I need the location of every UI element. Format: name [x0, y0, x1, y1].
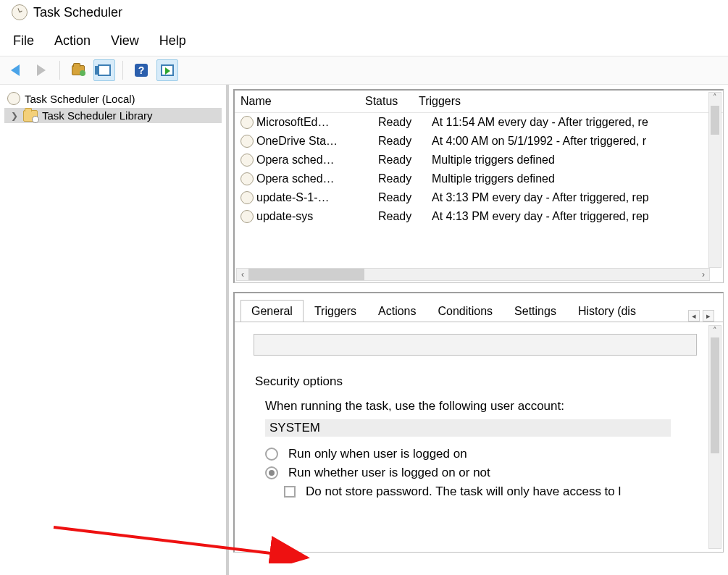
checkbox-do-not-store-password[interactable]: Do not store password. The task will onl…: [284, 484, 716, 499]
radio-icon: [265, 466, 278, 479]
menu-help[interactable]: Help: [159, 33, 186, 49]
radio-label: Run only when user is logged on: [288, 447, 467, 461]
back-button[interactable]: [4, 59, 26, 81]
task-trigger: At 3:13 PM every day - After triggered, …: [432, 191, 723, 204]
tree-root-label: Task Scheduler (Local): [25, 93, 135, 105]
task-status: Ready: [378, 135, 432, 148]
tab-settings[interactable]: Settings: [503, 300, 567, 322]
radio-run-logged-or-not[interactable]: Run whether user is logged on or not: [265, 466, 716, 480]
clock-icon: [240, 135, 254, 148]
splitter[interactable]: [233, 283, 728, 292]
clock-icon: [240, 191, 254, 204]
menu-bar: File Action View Help: [0, 26, 728, 56]
task-name: MicrosoftEd…: [256, 116, 378, 129]
scroll-thumb[interactable]: [248, 269, 364, 280]
library-folder-icon: [23, 110, 38, 122]
task-rows: MicrosoftEd…ReadyAt 11:54 AM every day -…: [235, 113, 723, 226]
help-icon: ?: [135, 64, 148, 77]
checkbox-label: Do not store password. The task will onl…: [306, 484, 621, 499]
task-trigger: At 4:00 AM on 5/1/1992 - After triggered…: [432, 135, 723, 148]
column-header-name[interactable]: Name: [240, 95, 365, 108]
tab-body-vscroll[interactable]: ˄: [708, 325, 721, 549]
tree-pane: Task Scheduler (Local) ❯ Task Scheduler …: [0, 85, 229, 575]
tab-history[interactable]: History (dis: [567, 300, 647, 322]
task-status: Ready: [378, 154, 432, 167]
toolbar-separator: [59, 61, 60, 80]
clock-icon: [12, 4, 28, 20]
checkbox-icon: [284, 486, 296, 498]
task-list-panel: Name Status Triggers MicrosoftEd…ReadyAt…: [233, 89, 724, 283]
tab-strip: General Triggers Actions Conditions Sett…: [235, 293, 723, 322]
menu-action[interactable]: Action: [54, 33, 91, 49]
task-list-vscroll[interactable]: ˄: [708, 92, 721, 268]
task-list-header: Name Status Triggers: [235, 91, 723, 113]
run-as-label: When running the task, use the following…: [265, 399, 716, 414]
task-name: OneDrive Sta…: [256, 135, 378, 148]
column-header-status[interactable]: Status: [365, 95, 419, 108]
tab-scroll-left[interactable]: ◂: [688, 310, 700, 322]
task-trigger: At 11:54 AM every day - After triggered,…: [432, 116, 723, 129]
task-name: update-sys: [256, 210, 378, 223]
task-status: Ready: [378, 210, 432, 223]
task-status: Ready: [378, 172, 432, 185]
toolbar: ?: [0, 56, 728, 85]
clock-icon: [7, 92, 20, 105]
task-row[interactable]: update-sysReadyAt 4:13 PM every day - Af…: [235, 207, 723, 226]
tab-general[interactable]: General: [240, 300, 304, 322]
task-row[interactable]: MicrosoftEd…ReadyAt 11:54 AM every day -…: [235, 113, 723, 132]
tab-scroll-right[interactable]: ▸: [703, 310, 714, 322]
scroll-right-icon[interactable]: ›: [698, 269, 709, 280]
tree-library-label: Task Scheduler Library: [42, 109, 153, 122]
task-list-hscroll[interactable]: ‹ ›: [236, 268, 710, 281]
tab-conditions[interactable]: Conditions: [427, 300, 503, 322]
title-bar: Task Scheduler: [0, 0, 728, 26]
task-row[interactable]: Opera sched…ReadyMultiple triggers defin…: [235, 151, 723, 169]
tab-triggers[interactable]: Triggers: [304, 300, 367, 322]
menu-view[interactable]: View: [111, 33, 139, 49]
task-name: Opera sched…: [256, 172, 378, 185]
radio-label: Run whether user is logged on or not: [288, 466, 490, 480]
task-trigger: Multiple triggers defined: [432, 172, 723, 185]
task-row[interactable]: update-S-1-…ReadyAt 3:13 PM every day - …: [235, 188, 723, 207]
scroll-thumb[interactable]: [711, 337, 719, 453]
scroll-up-icon[interactable]: ˄: [709, 93, 721, 104]
folder-refresh-icon: [72, 65, 85, 75]
toolbar-refresh-button[interactable]: [67, 59, 89, 81]
task-status: Ready: [378, 191, 432, 204]
scroll-thumb[interactable]: [711, 106, 719, 135]
security-options-title: Security options: [255, 374, 716, 389]
arrow-left-icon: [11, 64, 20, 76]
task-status: Ready: [378, 116, 432, 129]
tree-library[interactable]: ❯ Task Scheduler Library: [4, 108, 222, 123]
task-properties-panel: General Triggers Actions Conditions Sett…: [233, 292, 724, 553]
task-name: Opera sched…: [256, 154, 378, 167]
toolbar-help-button[interactable]: ?: [130, 59, 152, 81]
toolbar-pane-button[interactable]: [93, 59, 115, 81]
task-row[interactable]: Opera sched…ReadyMultiple triggers defin…: [235, 169, 723, 188]
scroll-left-icon[interactable]: ‹: [237, 269, 248, 280]
scroll-up-icon[interactable]: ˄: [709, 326, 721, 337]
column-header-triggers[interactable]: Triggers: [419, 95, 723, 108]
task-row[interactable]: OneDrive Sta…ReadyAt 4:00 AM on 5/1/1992…: [235, 132, 723, 151]
task-name: update-S-1-…: [256, 191, 378, 204]
clock-icon: [240, 154, 254, 167]
arrow-right-icon: [37, 64, 46, 76]
tab-body-general: Security options When running the task, …: [235, 322, 723, 548]
window-title: Task Scheduler: [33, 5, 122, 20]
toolbar-run-button[interactable]: [156, 59, 178, 81]
radio-icon: [265, 448, 278, 461]
task-trigger: At 4:13 PM every day - After triggered, …: [432, 210, 723, 223]
clock-icon: [240, 210, 254, 223]
tree-root[interactable]: Task Scheduler (Local): [4, 91, 222, 106]
radio-run-logged-on[interactable]: Run only when user is logged on: [265, 447, 716, 461]
clock-icon: [240, 172, 254, 185]
user-account-field[interactable]: SYSTEM: [265, 419, 671, 437]
menu-file[interactable]: File: [13, 33, 34, 49]
clock-icon: [240, 116, 254, 129]
name-field[interactable]: [254, 334, 697, 356]
toolbar-separator: [122, 61, 123, 80]
tab-actions[interactable]: Actions: [367, 300, 427, 322]
expander-icon[interactable]: ❯: [10, 112, 19, 120]
forward-button[interactable]: [30, 59, 52, 81]
task-trigger: Multiple triggers defined: [432, 154, 723, 167]
